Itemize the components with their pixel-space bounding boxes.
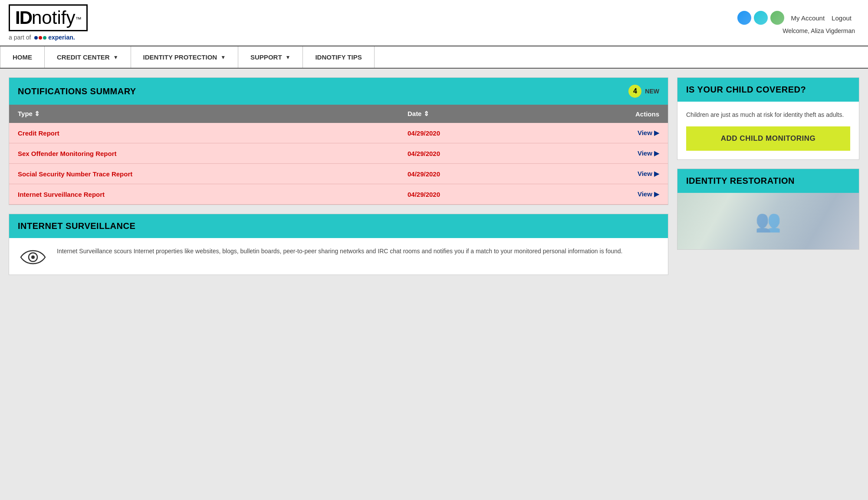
identity-restoration-image [677, 193, 859, 249]
notifications-summary-header: NOTIFICATIONS SUMMARY 4 NEW [9, 78, 668, 105]
main-nav: HOME CREDIT CENTER ▼ IDENTITY PROTECTION… [0, 46, 868, 69]
nav-home[interactable]: HOME [0, 46, 45, 68]
ssn-trace-report-view[interactable]: View ▶ [638, 170, 659, 177]
header-right: My Account Logout Welcome, Aliza Vigderm… [737, 11, 855, 34]
avatar-2 [754, 11, 768, 25]
col-actions: Actions [546, 105, 668, 123]
notifications-table: Type ⇕ Date ⇕ Actions Credit Report 04/2… [9, 105, 668, 205]
internet-surveillance-header: INTERNET SURVEILLANCE [9, 214, 668, 238]
ssn-trace-report-link[interactable]: Social Security Number Trace Report [18, 170, 132, 178]
nav-support-arrow: ▼ [286, 54, 291, 60]
notifications-summary-title: NOTIFICATIONS SUMMARY [18, 86, 136, 96]
internet-surveillance-body: Internet Surveillance scours Internet pr… [9, 238, 668, 275]
sex-offender-report-date: 04/29/2020 [399, 143, 546, 164]
left-column: NOTIFICATIONS SUMMARY 4 NEW Type ⇕ Date … [9, 77, 668, 275]
nav-credit-center[interactable]: CREDIT CENTER ▼ [45, 46, 131, 68]
badge-area: 4 NEW [628, 85, 659, 98]
col-date: Date ⇕ [399, 105, 546, 123]
right-column: IS YOUR CHILD COVERED? Children are just… [677, 77, 859, 250]
welcome-message: Welcome, Aliza Vigderman [737, 27, 855, 34]
child-coverage-header: IS YOUR CHILD COVERED? [677, 78, 859, 102]
nav-identity-protection-label: IDENTITY PROTECTION [143, 53, 217, 61]
ssn-trace-report-date: 04/29/2020 [399, 164, 546, 184]
experian-dots [34, 36, 46, 40]
nav-idnotify-tips-label: IDNOTIFY TIPS [315, 53, 362, 61]
exp-dot-teal [43, 36, 46, 40]
my-account-link[interactable]: My Account [788, 13, 829, 23]
nav-home-label: HOME [13, 53, 32, 61]
child-coverage-description: Children are just as much at risk for id… [686, 110, 850, 119]
child-coverage-card: IS YOUR CHILD COVERED? Children are just… [677, 77, 859, 160]
table-row: Credit Report 04/29/2020 View ▶ [9, 123, 668, 143]
table-row: Sex Offender Monitoring Report 04/29/202… [9, 143, 668, 164]
internet-surveillance-report-view[interactable]: View ▶ [638, 190, 659, 198]
logo-tm: ™ [75, 16, 81, 23]
eye-icon [20, 248, 46, 266]
new-badge-label: NEW [645, 88, 659, 95]
internet-surveillance-card: INTERNET SURVEILLANCE Internet Surveilla… [9, 214, 668, 275]
logo-area: IDnotify™ a part of experian. [9, 4, 88, 41]
nav-credit-center-arrow: ▼ [113, 54, 118, 60]
avatar-1 [737, 11, 751, 25]
internet-surveillance-report-link[interactable]: Internet Surveillance Report [18, 191, 105, 198]
table-row: Internet Surveillance Report 04/29/2020 … [9, 184, 668, 205]
logo-tagline: a part of experian. [9, 34, 88, 41]
logo-id-text: ID [15, 7, 32, 28]
header-links: My Account Logout [737, 11, 855, 25]
nav-credit-center-label: CREDIT CENTER [57, 53, 110, 61]
avatar-group [737, 11, 784, 25]
sex-offender-report-view[interactable]: View ▶ [638, 149, 659, 157]
credit-report-view[interactable]: View ▶ [638, 129, 659, 136]
nav-identity-protection[interactable]: IDENTITY PROTECTION ▼ [131, 46, 238, 68]
logout-link[interactable]: Logout [828, 13, 855, 23]
nav-idnotify-tips[interactable]: IDNOTIFY TIPS [303, 46, 374, 68]
credit-report-date: 04/29/2020 [399, 123, 546, 143]
child-coverage-body: Children are just as much at risk for id… [677, 102, 859, 159]
notifications-summary-card: NOTIFICATIONS SUMMARY 4 NEW Type ⇕ Date … [9, 77, 668, 205]
internet-surveillance-title: INTERNET SURVEILLANCE [18, 221, 135, 231]
eye-icon-wrap [18, 247, 48, 266]
header: IDnotify™ a part of experian. My Account… [0, 0, 868, 46]
logo-box: IDnotify™ [9, 4, 88, 31]
logo-notify-text: notify [32, 7, 75, 28]
identity-restoration-title: IDENTITY RESTORATION [686, 176, 795, 185]
add-child-monitoring-button[interactable]: ADD CHILD MONITORING [686, 126, 850, 151]
identity-restoration-header: IDENTITY RESTORATION [677, 169, 859, 193]
new-badge-count: 4 [628, 85, 641, 98]
avatar-3 [770, 11, 784, 25]
exp-dot-red [39, 36, 42, 40]
child-coverage-title: IS YOUR CHILD COVERED? [686, 85, 806, 94]
internet-surveillance-report-date: 04/29/2020 [399, 184, 546, 205]
experian-label: experian. [48, 34, 75, 41]
sex-offender-report-link[interactable]: Sex Offender Monitoring Report [18, 150, 117, 157]
nav-support-label: SUPPORT [250, 53, 282, 61]
svg-point-1 [31, 255, 35, 259]
exp-dot-blue [34, 36, 38, 40]
col-type: Type ⇕ [9, 105, 399, 123]
nav-support[interactable]: SUPPORT ▼ [238, 46, 303, 68]
credit-report-link[interactable]: Credit Report [18, 129, 59, 137]
identity-restoration-card: IDENTITY RESTORATION [677, 169, 859, 250]
nav-identity-protection-arrow: ▼ [220, 54, 226, 60]
table-row: Social Security Number Trace Report 04/2… [9, 164, 668, 184]
main-content: NOTIFICATIONS SUMMARY 4 NEW Type ⇕ Date … [0, 69, 868, 284]
internet-surveillance-description: Internet Surveillance scours Internet pr… [57, 247, 622, 256]
